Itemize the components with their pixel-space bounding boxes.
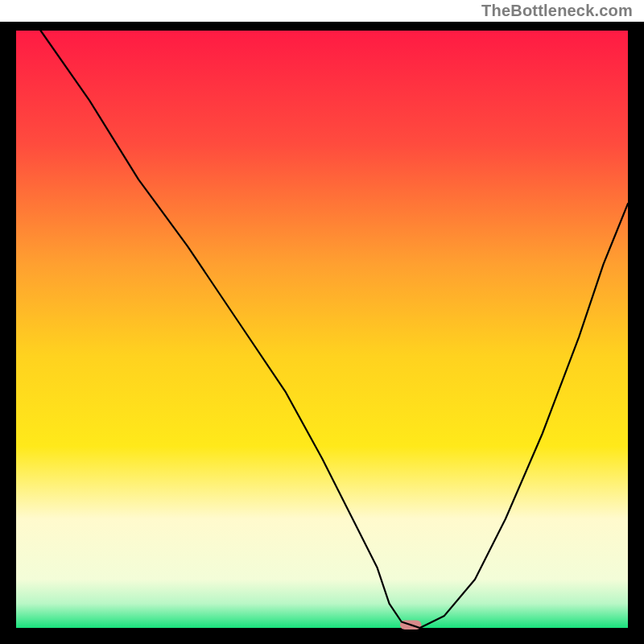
attribution-text: TheBottleneck.com [481,2,633,20]
bottleneck-chart [0,0,644,644]
svg-rect-2 [16,22,628,628]
chart-container: TheBottleneck.com [0,0,644,644]
